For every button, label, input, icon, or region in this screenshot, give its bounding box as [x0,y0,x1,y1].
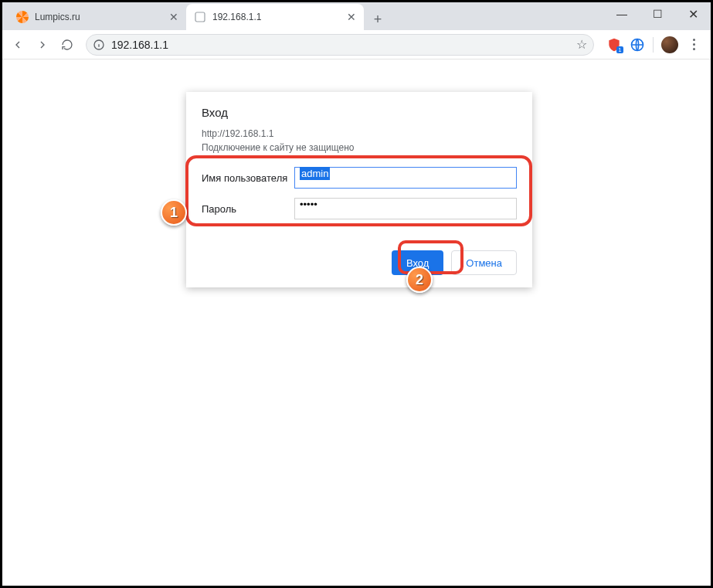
browser-toolbar: 192.168.1.1 ☆ 1 [2,30,711,59]
dialog-title: Вход [202,106,517,119]
window-close-button[interactable]: ✕ [675,2,711,25]
svg-rect-0 [195,12,205,22]
window-maximize-button[interactable]: ☐ [640,2,675,25]
tab-close-icon[interactable]: ✕ [169,11,178,23]
browser-menu-button[interactable] [686,39,701,50]
new-tab-button[interactable]: + [367,8,389,30]
forward-button[interactable] [32,34,53,56]
address-bar[interactable]: 192.168.1.1 ☆ [86,34,594,56]
username-value: admin [300,167,330,180]
back-button[interactable] [7,34,29,56]
extension-shield-icon[interactable]: 1 [606,37,622,53]
lumpics-favicon-icon [16,11,29,23]
username-label: Имя пользователя [202,172,294,184]
bookmark-star-icon[interactable]: ☆ [576,37,587,52]
reload-button[interactable] [56,34,78,56]
tab-router[interactable]: 192.168.1.1 ✕ [186,4,364,30]
dialog-origin: http://192.168.1.1 [202,127,517,141]
url-text: 192.168.1.1 [111,39,576,51]
dialog-warning: Подключение к сайту не защищено [202,141,517,155]
dialog-subtitle: http://192.168.1.1 Подключение к сайту н… [202,127,517,155]
password-value: ••••• [300,199,317,210]
http-auth-dialog: Вход http://192.168.1.1 Подключение к са… [186,92,532,287]
tab-lumpics[interactable]: Lumpics.ru ✕ [8,4,186,30]
password-input[interactable]: ••••• [294,198,517,219]
password-label: Пароль [202,203,294,215]
extension-globe-icon[interactable] [630,37,645,53]
site-info-icon[interactable] [93,39,105,51]
username-input[interactable]: admin [294,167,517,189]
profile-avatar[interactable] [661,36,678,53]
annotation-step-badge-1: 1 [161,199,187,226]
tab-label: 192.168.1.1 [212,12,342,22]
extension-badge: 1 [616,46,623,53]
toolbar-divider [653,37,654,53]
window-minimize-button[interactable]: — [604,2,640,25]
blank-favicon-icon [194,11,206,23]
tab-label: Lumpics.ru [35,12,165,22]
cancel-button[interactable]: Отмена [451,250,517,275]
login-button[interactable]: Вход [392,250,443,275]
tab-close-icon[interactable]: ✕ [347,11,356,23]
